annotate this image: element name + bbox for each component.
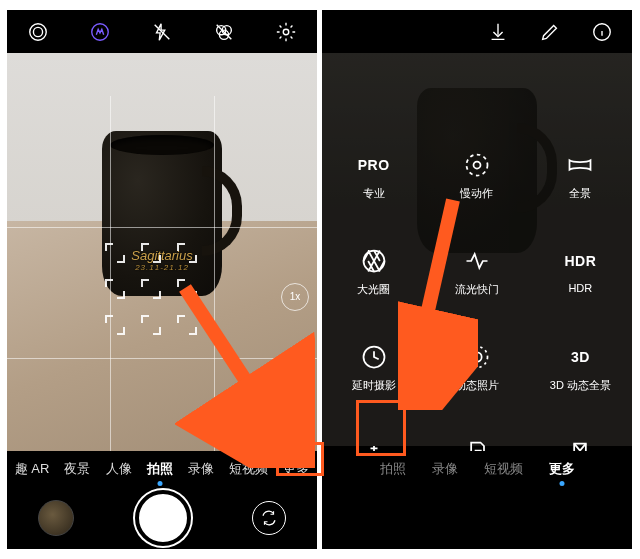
- panorama-icon: [565, 150, 595, 180]
- mode-video[interactable]: 录像: [432, 460, 458, 478]
- af-points: [105, 243, 203, 341]
- grid-line: [7, 358, 317, 359]
- mode-hdr[interactable]: HDR HDR: [529, 246, 632, 326]
- label: 流光快门: [455, 282, 499, 297]
- zoom-badge[interactable]: 1x: [281, 283, 309, 311]
- mode-portrait[interactable]: 人像: [106, 460, 132, 478]
- filter-off-icon[interactable]: [212, 20, 236, 44]
- mode-lightpainting[interactable]: 流光快门: [425, 246, 528, 326]
- mode-aperture[interactable]: 大光圈: [322, 246, 425, 326]
- mode-strip[interactable]: 拍照 录像 短视频 更多: [322, 451, 632, 487]
- mode-shortvid[interactable]: 短视频: [229, 460, 268, 478]
- shutter-button[interactable]: [135, 490, 191, 546]
- label: 3D 动态全景: [550, 378, 611, 393]
- viewfinder[interactable]: Sagittarius 23.11-21.12 1x: [7, 53, 317, 446]
- mode-photo[interactable]: 拍照: [147, 460, 173, 478]
- mode-night[interactable]: 夜景: [64, 460, 90, 478]
- top-toolbar: [322, 10, 632, 53]
- settings-icon[interactable]: [274, 20, 298, 44]
- annotation-box-watermark: [356, 400, 406, 456]
- gallery-thumbnail[interactable]: [38, 500, 74, 536]
- mode-slowmo[interactable]: 慢动作: [425, 150, 528, 230]
- switch-camera-button[interactable]: [252, 501, 286, 535]
- mode-video[interactable]: 录像: [188, 460, 214, 478]
- camera-app-left: Sagittarius 23.11-21.12 1x: [7, 10, 317, 549]
- mode-shortvid[interactable]: 短视频: [484, 460, 523, 478]
- download-icon[interactable]: [486, 20, 510, 44]
- lightpainting-icon: [462, 246, 492, 276]
- label: HDR: [568, 282, 592, 294]
- mode-pro[interactable]: PRO 专业: [322, 150, 425, 230]
- aperture-icon: [359, 246, 389, 276]
- label: 专业: [363, 186, 385, 201]
- svg-point-6: [283, 29, 289, 35]
- mode-livephoto[interactable]: 动态照片: [425, 342, 528, 422]
- timelapse-icon: [359, 342, 389, 372]
- svg-point-8: [466, 155, 487, 176]
- hdr-icon: HDR: [565, 246, 595, 276]
- mode-ar[interactable]: 趣 AR: [15, 460, 50, 478]
- label: 大光圈: [357, 282, 390, 297]
- slowmo-icon: [462, 150, 492, 180]
- svg-point-0: [33, 27, 42, 36]
- label: 慢动作: [460, 186, 493, 201]
- top-toolbar: [7, 10, 317, 53]
- flash-off-icon[interactable]: [150, 20, 174, 44]
- label: 延时摄影: [352, 378, 396, 393]
- svg-point-1: [30, 23, 47, 40]
- ai-icon[interactable]: [88, 20, 112, 44]
- grid-line: [214, 96, 215, 489]
- pro-icon: PRO: [359, 150, 389, 180]
- svg-point-12: [472, 352, 481, 361]
- camera-app-right: PRO 专业 慢动作 全景 大光圈 流光快门 HDR HDR: [322, 10, 632, 549]
- shutter-row: [7, 487, 317, 549]
- mode-photo[interactable]: 拍照: [380, 460, 406, 478]
- svg-point-13: [466, 347, 487, 368]
- 3d-icon: 3D: [565, 342, 595, 372]
- label: 全景: [569, 186, 591, 201]
- edit-icon[interactable]: [538, 20, 562, 44]
- mode-panorama[interactable]: 全景: [529, 150, 632, 230]
- svg-point-9: [473, 162, 480, 169]
- info-icon[interactable]: [590, 20, 614, 44]
- mode-more[interactable]: 更多: [549, 460, 575, 478]
- mode-strip[interactable]: 趣 AR 夜景 人像 拍照 录像 短视频 更多: [7, 451, 317, 487]
- mode-3dpano[interactable]: 3D 3D 动态全景: [529, 342, 632, 422]
- label: 动态照片: [455, 378, 499, 393]
- grid-line: [7, 227, 317, 228]
- shutter-row: [322, 487, 632, 549]
- moving-object-icon[interactable]: [26, 20, 50, 44]
- livephoto-icon: [462, 342, 492, 372]
- annotation-box-more: [276, 442, 324, 476]
